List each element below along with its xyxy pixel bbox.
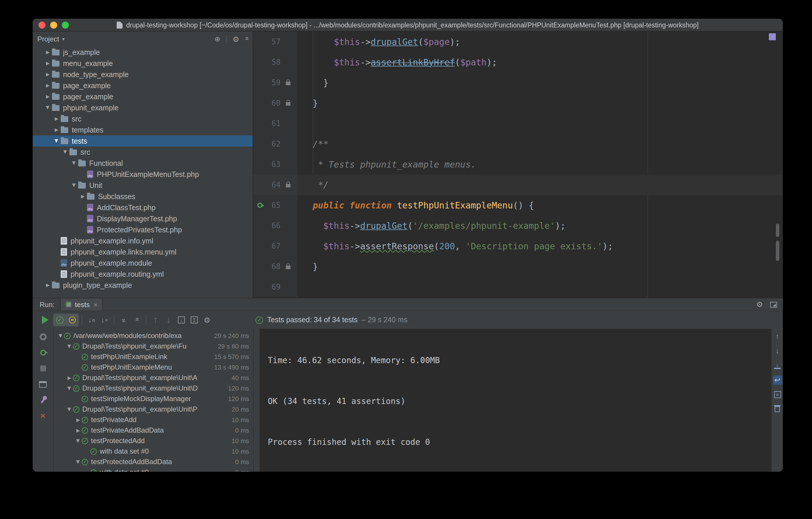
project-tree-item[interactable]: ▶src: [33, 146, 253, 158]
run-panel-settings-gear-icon[interactable]: ⚙: [756, 300, 763, 309]
show-ignored-toggle[interactable]: [66, 313, 79, 326]
inspections-indicator[interactable]: [769, 33, 776, 40]
pin-tab-icon[interactable]: [38, 395, 48, 405]
test-tree-item[interactable]: ▶✓testPrivateAddBadData0 ms: [54, 425, 253, 436]
test-tree-item[interactable]: ✓testPhpUnitExampleMenu13 s 490 ms: [54, 362, 253, 373]
expand-arrow-icon[interactable]: ▶: [63, 148, 68, 156]
editor-line[interactable]: 69: [253, 277, 783, 297]
project-tree-item[interactable]: ▶js_example: [33, 47, 253, 58]
project-tree-item[interactable]: AddClassTest.php: [33, 202, 253, 213]
editor-gutter[interactable]: 58: [253, 52, 297, 73]
editor-gutter[interactable]: 66: [253, 215, 297, 236]
editor-line[interactable]: 67 $this->assertResponse(200, 'Descripti…: [253, 236, 783, 256]
next-failed-test-button[interactable]: ↓: [162, 313, 175, 326]
line-number[interactable]: 64: [264, 181, 281, 189]
editor-gutter[interactable]: 67: [253, 236, 297, 256]
line-number[interactable]: 68: [264, 262, 281, 271]
locate-file-icon[interactable]: ⊕: [214, 35, 220, 43]
editor-line[interactable]: 66 $this->drupalGet('/examples/phpunit-e…: [253, 215, 783, 236]
show-passed-toggle[interactable]: ✓: [53, 313, 66, 326]
editor-line[interactable]: 57 $this->drupalGet($page);: [253, 31, 783, 52]
restore-layout-icon[interactable]: [38, 380, 48, 389]
editor-gutter[interactable]: 68: [253, 256, 297, 277]
expand-arrow-icon[interactable]: ▶: [44, 83, 52, 88]
title-bar[interactable]: drupal-testing-workshop [~/Code/os/drupa…: [33, 19, 783, 31]
scroll-to-end-icon[interactable]: ↓: [773, 361, 782, 370]
test-history-icon[interactable]: [38, 332, 48, 342]
line-number[interactable]: 69: [264, 282, 281, 291]
code-editor[interactable]: 57 $this->drupalGet($page);58 $this->ass…: [253, 31, 783, 298]
tab-close-icon[interactable]: ×: [94, 301, 97, 308]
expand-arrow-icon[interactable]: ▶: [67, 406, 72, 413]
expand-arrow-icon[interactable]: ▶: [45, 104, 51, 112]
line-number[interactable]: 59: [264, 78, 281, 87]
test-tree-item[interactable]: ▶✓testProtectedAdd10 ms: [54, 436, 253, 446]
test-console-output[interactable]: Time: 46.62 seconds, Memory: 6.00MBOK (3…: [260, 329, 771, 472]
sort-alphabetically-button[interactable]: ↓a: [85, 313, 98, 326]
export-test-results-button[interactable]: ↥: [188, 313, 201, 326]
editor-gutter[interactable]: 59: [253, 73, 297, 93]
expand-arrow-icon[interactable]: ▶: [67, 385, 72, 392]
test-tree-item[interactable]: ▶✓/var/www/web/modules/contrib/exa29 s 2…: [54, 330, 253, 341]
sort-by-duration-button[interactable]: ↓≡: [98, 313, 111, 326]
test-tree-item[interactable]: ▶✓Drupal\Tests\phpunit_example\Unit\D120…: [54, 383, 253, 393]
soft-wrap-icon[interactable]: ↩: [773, 375, 782, 385]
editor-line[interactable]: 61: [253, 113, 783, 134]
test-tree-item[interactable]: ▶✓Drupal\Tests\phpunit_example\Unit\P20 …: [54, 404, 253, 414]
project-tree-item[interactable]: ▶phpunit_example: [33, 102, 253, 113]
expand-arrow-icon[interactable]: ▶: [44, 61, 52, 66]
expand-arrow-icon[interactable]: ▶: [44, 282, 52, 288]
editor-gutter[interactable]: 64: [253, 174, 297, 195]
scroll-down-icon[interactable]: ↓: [773, 346, 782, 356]
line-number[interactable]: 62: [264, 139, 281, 148]
import-test-results-button[interactable]: ↓: [175, 313, 188, 326]
project-view-dropdown[interactable]: Project: [37, 35, 59, 43]
editor-line[interactable]: 68 }: [253, 256, 783, 277]
line-number[interactable]: 63: [264, 160, 281, 169]
editor-line[interactable]: 60 }: [253, 93, 783, 113]
expand-arrow-icon[interactable]: ▶: [58, 332, 63, 339]
expand-arrow-icon[interactable]: ▶: [76, 458, 81, 465]
line-number[interactable]: 67: [264, 242, 281, 250]
previous-failed-test-button[interactable]: ↑: [149, 313, 162, 326]
expand-arrow-icon[interactable]: ▶: [67, 343, 72, 350]
project-tree-item[interactable]: ▶tests: [33, 135, 253, 146]
project-tree-item[interactable]: ▶page_example: [33, 80, 253, 91]
expand-all-button[interactable]: »: [117, 313, 130, 326]
line-number[interactable]: 66: [264, 221, 281, 230]
test-tree-item[interactable]: ✓testSimpleMockDisplayManager120 ms: [54, 393, 253, 404]
test-runner-gear-icon[interactable]: ⚙: [201, 313, 213, 326]
clear-console-icon[interactable]: [773, 405, 782, 414]
expand-arrow-icon[interactable]: ▶: [54, 137, 59, 145]
editor-gutter[interactable]: 63: [253, 154, 297, 174]
expand-arrow-icon[interactable]: ▶: [53, 116, 61, 121]
print-console-icon[interactable]: ≡: [773, 390, 782, 399]
scrollbar-thumb[interactable]: [776, 241, 779, 261]
editor-gutter[interactable]: 65: [253, 195, 297, 215]
expand-arrow-icon[interactable]: ▶: [71, 181, 77, 189]
project-tree-item[interactable]: DisplayManagerTest.php: [33, 213, 253, 224]
project-tree-item[interactable]: phpunit_example.module: [33, 257, 253, 269]
expand-arrow-icon[interactable]: ▶: [66, 375, 73, 380]
project-tree-item[interactable]: ▶plugin_type_example: [33, 280, 253, 291]
project-tree-item[interactable]: ▶Subclasses: [33, 191, 253, 202]
rerun-icon[interactable]: [38, 348, 48, 357]
expand-arrow-icon[interactable]: ▶: [79, 194, 87, 199]
line-number[interactable]: 61: [264, 119, 281, 128]
test-tree-item[interactable]: ✓with data set #00 ms: [54, 467, 253, 472]
editor-line[interactable]: 62 /**: [253, 134, 783, 154]
scroll-up-icon[interactable]: ↑: [773, 332, 782, 341]
project-tree-item[interactable]: ▶Functional: [33, 158, 253, 169]
project-tree-item[interactable]: ▶node_type_example: [33, 69, 253, 80]
editor-gutter[interactable]: 62: [253, 134, 297, 154]
project-tree-item[interactable]: ▶menu_example: [33, 58, 253, 69]
editor-line[interactable]: 58 $this->assertLinkByHref($path);: [253, 52, 783, 73]
expand-arrow-icon[interactable]: ▶: [44, 72, 52, 77]
editor-gutter[interactable]: 61: [253, 113, 297, 134]
project-tree-item[interactable]: ▶Unit: [33, 180, 253, 191]
project-tree-item[interactable]: phpunit_example.links.menu.yml: [33, 246, 253, 257]
project-tree-item[interactable]: phpunit_example.info.yml: [33, 235, 253, 246]
line-number[interactable]: 60: [264, 99, 281, 107]
editor-gutter[interactable]: 60: [253, 93, 297, 113]
editor-line[interactable]: 65 public function testPhpUnitExampleMen…: [253, 195, 783, 215]
